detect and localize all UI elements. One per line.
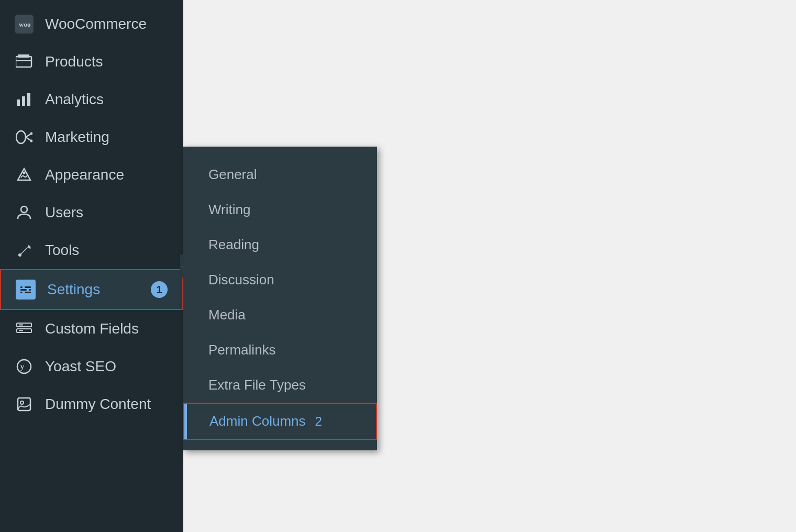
sidebar-item-yoast[interactable]: y Yoast SEO bbox=[0, 348, 183, 385]
submenu-item-reading[interactable]: Reading bbox=[183, 227, 377, 262]
sidebar-item-dummy-content[interactable]: Dummy Content bbox=[0, 385, 183, 423]
sidebar-item-marketing[interactable]: Marketing bbox=[0, 118, 183, 156]
sidebar-item-analytics[interactable]: Analytics bbox=[0, 81, 183, 118]
svg-text:woo: woo bbox=[19, 20, 30, 28]
settings-icon bbox=[16, 280, 36, 300]
svg-rect-5 bbox=[17, 99, 20, 106]
sidebar: woo WooCommerce Products Analytics bbox=[0, 0, 183, 532]
svg-rect-2 bbox=[16, 57, 31, 67]
svg-point-20 bbox=[27, 289, 29, 291]
sidebar-item-products[interactable]: Products bbox=[0, 43, 183, 81]
svg-rect-28 bbox=[18, 398, 30, 411]
svg-point-15 bbox=[18, 253, 21, 257]
svg-rect-7 bbox=[27, 93, 30, 106]
svg-point-19 bbox=[23, 286, 25, 289]
submenu-item-extra-file-types[interactable]: Extra File Types bbox=[183, 368, 377, 403]
sidebar-item-label-users: Users bbox=[45, 204, 169, 221]
sidebar-item-label-woocommerce: WooCommerce bbox=[45, 16, 169, 32]
custom-fields-icon bbox=[15, 319, 34, 338]
appearance-icon bbox=[15, 165, 34, 184]
sidebar-item-label-appearance: Appearance bbox=[45, 167, 169, 183]
sidebar-item-label-tools: Tools bbox=[45, 242, 169, 259]
sidebar-item-woocommerce[interactable]: woo WooCommerce bbox=[0, 5, 183, 43]
svg-point-29 bbox=[20, 401, 24, 404]
svg-rect-6 bbox=[22, 96, 25, 106]
settings-badge: 1 bbox=[151, 281, 168, 298]
sidebar-item-label-products: Products bbox=[45, 53, 169, 70]
svg-point-14 bbox=[21, 206, 27, 213]
woo-icon: woo bbox=[15, 15, 34, 34]
submenu-item-media[interactable]: Media bbox=[183, 297, 377, 332]
tools-icon bbox=[15, 241, 34, 260]
analytics-icon bbox=[15, 90, 34, 109]
submenu-label-discussion: Discussion bbox=[208, 272, 274, 288]
svg-point-26 bbox=[17, 360, 31, 373]
products-icon bbox=[15, 52, 34, 71]
svg-rect-18 bbox=[20, 292, 31, 293]
sidebar-item-tools[interactable]: Tools bbox=[0, 231, 183, 269]
submenu-label-admin-columns: Admin Columns bbox=[209, 413, 306, 429]
svg-point-8 bbox=[16, 131, 26, 143]
submenu-item-discussion[interactable]: Discussion bbox=[183, 262, 377, 297]
submenu-item-admin-columns[interactable]: Admin Columns 2 bbox=[183, 403, 377, 440]
admin-columns-badge: 2 bbox=[315, 414, 322, 429]
sidebar-item-label-settings: Settings bbox=[47, 281, 139, 298]
svg-point-21 bbox=[23, 291, 25, 294]
sidebar-item-label-dummy-content: Dummy Content bbox=[45, 396, 169, 413]
sidebar-item-label-analytics: Analytics bbox=[45, 91, 169, 108]
submenu-label-reading: Reading bbox=[208, 237, 259, 253]
svg-rect-16 bbox=[20, 286, 31, 288]
svg-point-13 bbox=[23, 172, 26, 174]
sidebar-item-label-marketing: Marketing bbox=[45, 129, 169, 146]
sidebar-item-label-custom-fields: Custom Fields bbox=[45, 320, 169, 337]
sidebar-item-custom-fields[interactable]: Custom Fields bbox=[0, 310, 183, 348]
submenu-item-writing[interactable]: Writing bbox=[183, 192, 377, 227]
svg-rect-3 bbox=[18, 54, 29, 58]
settings-submenu: General Writing Reading Discussion Media… bbox=[183, 147, 377, 450]
submenu-item-general[interactable]: General bbox=[183, 157, 377, 192]
svg-rect-17 bbox=[20, 289, 31, 291]
submenu-item-permalinks[interactable]: Permalinks bbox=[183, 332, 377, 368]
submenu-label-media: Media bbox=[208, 307, 246, 323]
submenu-label-permalinks: Permalinks bbox=[208, 342, 276, 358]
sidebar-item-label-yoast: Yoast SEO bbox=[45, 358, 169, 375]
submenu-label-general: General bbox=[208, 167, 257, 183]
submenu-label-extra-file-types: Extra File Types bbox=[208, 377, 306, 393]
svg-text:y: y bbox=[20, 363, 24, 371]
marketing-icon bbox=[15, 128, 34, 147]
sidebar-item-users[interactable]: Users bbox=[0, 194, 183, 231]
users-icon bbox=[15, 203, 34, 222]
submenu-label-writing: Writing bbox=[208, 202, 250, 218]
yoast-icon: y bbox=[15, 357, 34, 376]
sidebar-item-settings[interactable]: Settings 1 bbox=[0, 269, 183, 310]
sidebar-item-appearance[interactable]: Appearance bbox=[0, 156, 183, 194]
dummy-content-icon bbox=[15, 395, 34, 414]
